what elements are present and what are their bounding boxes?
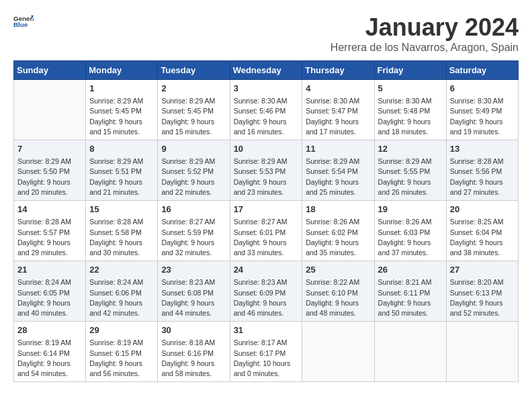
day-number: 11 [306,143,370,155]
calendar-cell: 31Sunrise: 8:17 AM Sunset: 6:17 PM Dayli… [230,322,302,382]
calendar-cell [446,322,518,382]
day-number: 22 [89,264,154,276]
day-info: Sunrise: 8:19 AM Sunset: 6:14 PM Dayligh… [17,338,82,379]
day-info: Sunrise: 8:28 AM Sunset: 5:57 PM Dayligh… [17,217,82,258]
day-info: Sunrise: 8:26 AM Sunset: 6:02 PM Dayligh… [306,217,370,258]
day-number: 13 [450,143,515,155]
weekday-header-saturday: Saturday [446,61,518,80]
calendar-table: SundayMondayTuesdayWednesdayThursdayFrid… [13,60,519,382]
day-number: 5 [378,83,443,95]
weekday-header-wednesday: Wednesday [230,61,302,80]
day-number: 10 [234,143,299,155]
day-info: Sunrise: 8:24 AM Sunset: 6:05 PM Dayligh… [17,277,82,318]
day-info: Sunrise: 8:27 AM Sunset: 5:59 PM Dayligh… [161,217,226,258]
weekday-header-row: SundayMondayTuesdayWednesdayThursdayFrid… [14,61,519,80]
week-row-3: 14Sunrise: 8:28 AM Sunset: 5:57 PM Dayli… [14,201,519,261]
day-number: 30 [161,324,226,336]
day-number: 17 [234,203,299,216]
day-info: Sunrise: 8:30 AM Sunset: 5:49 PM Dayligh… [450,96,515,137]
day-number: 18 [306,203,370,216]
day-info: Sunrise: 8:30 AM Sunset: 5:46 PM Dayligh… [234,96,299,137]
day-info: Sunrise: 8:28 AM Sunset: 5:56 PM Dayligh… [450,156,515,197]
day-info: Sunrise: 8:21 AM Sunset: 6:11 PM Dayligh… [378,277,443,318]
day-info: Sunrise: 8:29 AM Sunset: 5:55 PM Dayligh… [378,156,443,197]
day-info: Sunrise: 8:29 AM Sunset: 5:53 PM Dayligh… [234,156,299,197]
calendar-cell: 27Sunrise: 8:20 AM Sunset: 6:13 PM Dayli… [446,261,518,322]
calendar-cell: 28Sunrise: 8:19 AM Sunset: 6:14 PM Dayli… [14,322,86,382]
day-number: 28 [17,324,82,336]
day-number: 3 [234,83,299,95]
day-info: Sunrise: 8:28 AM Sunset: 5:58 PM Dayligh… [89,217,154,258]
day-info: Sunrise: 8:30 AM Sunset: 5:48 PM Dayligh… [378,96,443,137]
calendar-cell [14,80,86,140]
calendar-cell: 14Sunrise: 8:28 AM Sunset: 5:57 PM Dayli… [14,201,86,261]
day-info: Sunrise: 8:29 AM Sunset: 5:50 PM Dayligh… [17,156,82,197]
calendar-cell: 20Sunrise: 8:25 AM Sunset: 6:04 PM Dayli… [446,201,518,261]
week-row-2: 7Sunrise: 8:29 AM Sunset: 5:50 PM Daylig… [14,140,519,201]
calendar-cell: 15Sunrise: 8:28 AM Sunset: 5:58 PM Dayli… [86,201,158,261]
day-number: 4 [306,83,370,95]
calendar-cell: 3Sunrise: 8:30 AM Sunset: 5:46 PM Daylig… [230,80,302,140]
day-number: 20 [450,203,515,216]
day-info: Sunrise: 8:27 AM Sunset: 6:01 PM Dayligh… [234,217,299,258]
day-info: Sunrise: 8:22 AM Sunset: 6:10 PM Dayligh… [306,277,370,318]
day-info: Sunrise: 8:23 AM Sunset: 6:08 PM Dayligh… [161,277,226,318]
calendar-cell: 4Sunrise: 8:30 AM Sunset: 5:47 PM Daylig… [302,80,374,140]
calendar-cell: 30Sunrise: 8:18 AM Sunset: 6:16 PM Dayli… [158,322,230,382]
weekday-header-monday: Monday [86,61,158,80]
day-number: 24 [234,264,299,276]
calendar-cell [302,322,374,382]
day-info: Sunrise: 8:29 AM Sunset: 5:45 PM Dayligh… [89,96,154,137]
day-number: 29 [89,324,154,336]
day-number: 23 [161,264,226,276]
calendar-subtitle: Herrera de los Navarros, Aragon, Spain [330,42,519,54]
day-number: 8 [89,143,154,155]
calendar-cell: 18Sunrise: 8:26 AM Sunset: 6:02 PM Dayli… [302,201,374,261]
day-number: 2 [161,83,226,95]
day-number: 15 [89,203,154,216]
weekday-header-friday: Friday [374,61,446,80]
svg-text:Blue: Blue [13,21,28,28]
weekday-header-sunday: Sunday [14,61,86,80]
day-info: Sunrise: 8:29 AM Sunset: 5:45 PM Dayligh… [161,96,226,137]
day-number: 1 [89,83,154,95]
calendar-cell: 5Sunrise: 8:30 AM Sunset: 5:48 PM Daylig… [374,80,446,140]
day-number: 19 [378,203,443,216]
calendar-cell: 19Sunrise: 8:26 AM Sunset: 6:03 PM Dayli… [374,201,446,261]
calendar-cell: 6Sunrise: 8:30 AM Sunset: 5:49 PM Daylig… [446,80,518,140]
calendar-cell: 12Sunrise: 8:29 AM Sunset: 5:55 PM Dayli… [374,140,446,201]
calendar-cell: 8Sunrise: 8:29 AM Sunset: 5:51 PM Daylig… [86,140,158,201]
week-row-5: 28Sunrise: 8:19 AM Sunset: 6:14 PM Dayli… [14,322,519,382]
calendar-cell: 22Sunrise: 8:24 AM Sunset: 6:06 PM Dayli… [86,261,158,322]
day-info: Sunrise: 8:24 AM Sunset: 6:06 PM Dayligh… [89,277,154,318]
day-info: Sunrise: 8:30 AM Sunset: 5:47 PM Dayligh… [306,96,370,137]
day-number: 6 [450,83,515,95]
calendar-cell: 11Sunrise: 8:29 AM Sunset: 5:54 PM Dayli… [302,140,374,201]
logo: General Blue [13,13,34,30]
header: General Blue January 2024 Herrera de los… [13,13,519,54]
day-info: Sunrise: 8:29 AM Sunset: 5:52 PM Dayligh… [161,156,226,197]
day-info: Sunrise: 8:29 AM Sunset: 5:51 PM Dayligh… [89,156,154,197]
day-number: 12 [378,143,443,155]
day-info: Sunrise: 8:26 AM Sunset: 6:03 PM Dayligh… [378,217,443,258]
day-number: 25 [306,264,370,276]
calendar-cell: 1Sunrise: 8:29 AM Sunset: 5:45 PM Daylig… [86,80,158,140]
calendar-cell: 17Sunrise: 8:27 AM Sunset: 6:01 PM Dayli… [230,201,302,261]
day-info: Sunrise: 8:25 AM Sunset: 6:04 PM Dayligh… [450,217,515,258]
weekday-header-tuesday: Tuesday [158,61,230,80]
day-info: Sunrise: 8:19 AM Sunset: 6:15 PM Dayligh… [89,338,154,379]
day-info: Sunrise: 8:29 AM Sunset: 5:54 PM Dayligh… [306,156,370,197]
day-number: 7 [17,143,82,155]
calendar-cell: 29Sunrise: 8:19 AM Sunset: 6:15 PM Dayli… [86,322,158,382]
calendar-cell: 13Sunrise: 8:28 AM Sunset: 5:56 PM Dayli… [446,140,518,201]
day-number: 21 [17,264,82,276]
day-info: Sunrise: 8:18 AM Sunset: 6:16 PM Dayligh… [161,338,226,379]
title-area: January 2024 Herrera de los Navarros, Ar… [330,13,519,54]
day-number: 9 [161,143,226,155]
week-row-4: 21Sunrise: 8:24 AM Sunset: 6:05 PM Dayli… [14,261,519,322]
calendar-cell: 21Sunrise: 8:24 AM Sunset: 6:05 PM Dayli… [14,261,86,322]
week-row-1: 1Sunrise: 8:29 AM Sunset: 5:45 PM Daylig… [14,80,519,140]
calendar-cell: 26Sunrise: 8:21 AM Sunset: 6:11 PM Dayli… [374,261,446,322]
calendar-cell: 23Sunrise: 8:23 AM Sunset: 6:08 PM Dayli… [158,261,230,322]
day-number: 31 [234,324,299,336]
